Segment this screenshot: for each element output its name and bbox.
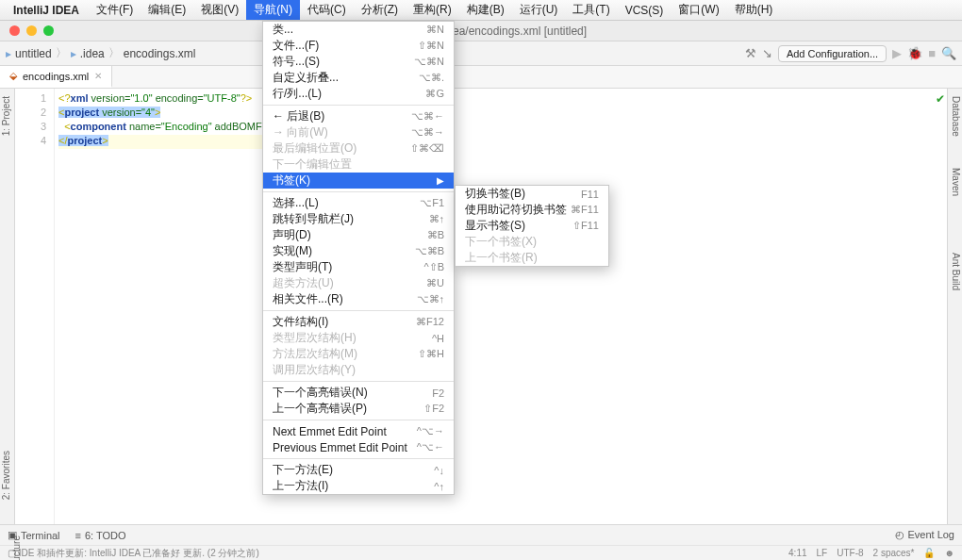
menu-item: 下一个编辑位置 — [263, 156, 454, 173]
close-tab-icon[interactable]: ✕ — [94, 71, 102, 81]
run-icon[interactable]: ▶ — [892, 46, 902, 60]
status-indent[interactable]: 2 spaces* — [873, 548, 915, 558]
breadcrumb-folder[interactable]: .idea — [80, 47, 105, 60]
folder-icon: ▸ — [71, 47, 76, 60]
menu-build[interactable]: 构建(B) — [459, 0, 512, 20]
inspection-ok-icon[interactable]: ✔ — [936, 92, 945, 106]
menu-refactor[interactable]: 重构(R) — [406, 0, 459, 20]
menu-item[interactable]: 书签(K)▶ — [263, 173, 454, 189]
menu-tools[interactable]: 工具(T) — [565, 0, 617, 20]
status-caret[interactable]: 4:11 — [788, 548, 806, 558]
menu-file[interactable]: 文件(F) — [89, 0, 141, 20]
sidebar-item-project[interactable]: 1: Project — [0, 92, 12, 140]
menu-run[interactable]: 运行(U) — [512, 0, 566, 20]
build-icon[interactable]: ⚒ — [745, 46, 756, 60]
menu-item[interactable]: 上一方法(I)^↑ — [263, 478, 454, 494]
tab-encodings[interactable]: ⬙ encodings.xml ✕ — [0, 66, 112, 88]
sidebar-item-eventlog[interactable]: ◴ Event Log — [895, 529, 954, 540]
minimize-window-icon[interactable] — [26, 25, 37, 36]
menu-view[interactable]: 视图(V) — [193, 0, 246, 20]
menu-item[interactable]: 符号...(S)⌥⌘N — [263, 54, 454, 70]
left-tool-stripe: 1: Project 2: Favorites 7: Structure — [0, 89, 15, 524]
sidebar-item-ant[interactable]: Ant Build — [950, 249, 962, 294]
editor[interactable]: 1234 <?xml version="1.0" encoding="UTF-8… — [15, 89, 947, 524]
menu-item[interactable]: 跳转到导航栏(J)⌘↑ — [263, 211, 454, 227]
menu-item[interactable]: 声明(D)⌘B — [263, 227, 454, 243]
submenu-item[interactable]: 显示书签(S)⇧F11 — [456, 218, 608, 234]
menu-code[interactable]: 代码(C) — [300, 0, 354, 20]
menu-item[interactable]: Next Emmet Edit Point^⌥→ — [263, 423, 454, 439]
menu-item[interactable]: 文件...(F)⇧⌘N — [263, 38, 454, 54]
nav-toolbar: ▸ untitled 〉 ▸ .idea 〉 encodings.xml ⚒ ↘… — [0, 41, 962, 66]
menu-item: 超类方法(U)⌘U — [263, 275, 454, 291]
menu-item[interactable]: Previous Emmet Edit Point^⌥← — [263, 439, 454, 455]
menu-item[interactable]: 行/列...(L)⌘G — [263, 86, 454, 102]
menu-item: 调用层次结构(Y) — [263, 362, 454, 378]
hector-icon[interactable]: ☻ — [944, 548, 954, 558]
close-window-icon[interactable] — [9, 25, 20, 36]
menu-navigate[interactable]: 导航(N) — [246, 0, 300, 20]
search-icon[interactable]: 🔍 — [941, 46, 956, 60]
sidebar-item-structure[interactable]: 7: Structure — [0, 532, 23, 560]
menu-vcs[interactable]: VCS(S) — [618, 2, 672, 19]
menu-item: 类型层次结构(H)^H — [263, 330, 454, 346]
line-numbers: 1234 — [15, 89, 55, 524]
menu-item[interactable]: 选择...(L)⌥F1 — [263, 195, 454, 211]
menu-item[interactable]: 实现(M)⌥⌘B — [263, 243, 454, 259]
xml-file-icon: ⬙ — [9, 70, 17, 82]
breadcrumb-root[interactable]: untitled — [15, 47, 52, 60]
status-encoding[interactable]: UTF-8 — [837, 548, 863, 558]
menu-item[interactable]: 文件结构(I)⌘F12 — [263, 314, 454, 330]
submenu-item[interactable]: 使用助记符切换书签⌘F11 — [456, 202, 608, 218]
window-titlebar: [untitled] - .../.idea/encodings.xml [un… — [0, 21, 962, 41]
submenu-item: 下一个书签(X) — [456, 234, 608, 250]
menu-edit[interactable]: 编辑(E) — [141, 0, 193, 20]
code-area[interactable]: <?xml version="1.0" encoding="UTF-8"?> <… — [55, 89, 282, 524]
toolbar-right: ⚒ ↘ Add Configuration... ▶ 🐞 ■ 🔍 — [745, 45, 956, 62]
menu-help[interactable]: 帮助(H) — [727, 0, 781, 20]
status-message: IDE 和插件更新: IntelliJ IDEA 已准备好 更新. (2 分钟之… — [19, 548, 259, 558]
menu-item[interactable]: 相关文件...(R)⌥⌘↑ — [263, 291, 454, 307]
main-area: 1: Project 2: Favorites 7: Structure 123… — [0, 89, 962, 524]
status-le[interactable]: LF — [817, 548, 828, 558]
menu-item[interactable]: 下一方法(E)^↓ — [263, 462, 454, 478]
folder-icon: ▸ — [6, 47, 11, 60]
sidebar-item-maven[interactable]: Maven — [950, 164, 962, 200]
menu-item[interactable]: 类...⌘N — [263, 22, 454, 38]
navigate-menu-dropdown: 类...⌘N文件...(F)⇧⌘N符号...(S)⌥⌘N自定义折叠...⌥⌘.行… — [262, 21, 455, 495]
menu-analyze[interactable]: 分析(Z) — [354, 0, 406, 20]
breadcrumb-file[interactable]: encodings.xml — [124, 47, 196, 60]
menu-item[interactable]: 类型声明(T)^⇧B — [263, 259, 454, 275]
submenu-item[interactable]: 切换书签(B)F11 — [456, 186, 608, 202]
menu-window[interactable]: 窗口(W) — [671, 0, 726, 20]
breadcrumb[interactable]: ▸ untitled 〉 ▸ .idea 〉 encodings.xml — [6, 45, 195, 61]
lock-icon[interactable]: 🔓 — [923, 548, 935, 558]
menu-item[interactable]: 上一个高亮错误(P)⇧F2 — [263, 401, 454, 417]
sidebar-item-favorites[interactable]: 2: Favorites — [0, 447, 12, 503]
stop-icon[interactable]: ■ — [928, 46, 936, 60]
sync-icon[interactable]: ↘ — [762, 46, 772, 60]
menu-item[interactable]: 下一个高亮错误(N)F2 — [263, 385, 454, 401]
zoom-window-icon[interactable] — [43, 25, 54, 36]
submenu-item: 上一个书签(R) — [456, 250, 608, 266]
menu-item[interactable]: ← 后退(B)⌥⌘← — [263, 108, 454, 124]
menu-item: 方法层次结构(M)⇧⌘H — [263, 346, 454, 362]
tab-label: encodings.xml — [23, 71, 89, 82]
sidebar-item-todo[interactable]: ≡ 6: TODO — [75, 529, 126, 541]
os-menubar: IntelliJ IDEA 文件(F) 编辑(E) 视图(V) 导航(N) 代码… — [0, 0, 962, 21]
bottom-tool-stripe: ▣ Terminal ≡ 6: TODO ◴ Event Log — [0, 524, 962, 545]
menu-item: → 向前(W)⌥⌘→ — [263, 124, 454, 140]
sidebar-item-database[interactable]: Database — [950, 92, 962, 140]
status-bar: ▢ IDE 和插件更新: IntelliJ IDEA 已准备好 更新. (2 分… — [0, 545, 962, 560]
app-name[interactable]: IntelliJ IDEA — [13, 4, 79, 17]
window-controls — [0, 25, 54, 36]
bookmarks-submenu: 切换书签(B)F11使用助记符切换书签⌘F11显示书签(S)⇧F11下一个书签(… — [455, 185, 609, 267]
menu-item: 最后编辑位置(O)⇧⌘⌫ — [263, 140, 454, 156]
add-configuration-button[interactable]: Add Configuration... — [778, 45, 887, 62]
debug-icon[interactable]: 🐞 — [907, 46, 922, 60]
editor-tabs: ⬙ encodings.xml ✕ — [0, 66, 962, 89]
menu-item[interactable]: 自定义折叠...⌥⌘. — [263, 70, 454, 86]
right-tool-stripe: Database Maven Ant Build — [947, 89, 962, 524]
